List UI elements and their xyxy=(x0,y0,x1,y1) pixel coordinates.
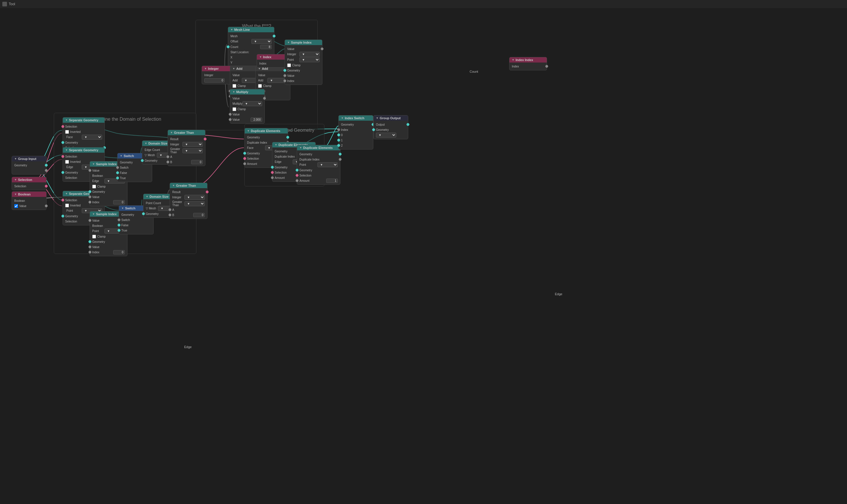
chk-si-clamp[interactable] xyxy=(287,64,291,67)
sib-idx-val[interactable]: 0 xyxy=(113,250,125,254)
chk-sg1-inv[interactable] xyxy=(65,130,69,134)
socket-sg1-sel-in[interactable] xyxy=(61,125,64,128)
socket-gt2-b[interactable] xyxy=(169,214,171,216)
node-selection-header[interactable]: ▼ Selection xyxy=(12,177,46,182)
socket-sw2-false[interactable] xyxy=(118,224,121,227)
socket-gt1-a[interactable] xyxy=(166,155,169,158)
select-si-int[interactable]: ▼ xyxy=(299,52,320,57)
socket-sim-idx[interactable] xyxy=(88,201,91,203)
socket-sg3-geo-in[interactable] xyxy=(61,215,64,218)
socket-sel-out[interactable] xyxy=(45,185,48,187)
node-index-switch-header[interactable]: ▼ Index Switch xyxy=(339,115,373,121)
mul-val[interactable]: 2.000 xyxy=(250,118,262,122)
select-gt2-gtype[interactable]: ▼ xyxy=(184,201,205,206)
socket-gt2-out[interactable] xyxy=(206,191,209,193)
socket-de1-geo-in[interactable] xyxy=(243,152,246,155)
chk-sib-clamp[interactable] xyxy=(92,235,96,238)
gt2-b-val[interactable]: 0 xyxy=(193,213,205,217)
socket-is-index[interactable] xyxy=(337,128,340,131)
socket-sib-idx[interactable] xyxy=(88,251,91,254)
node-dup-elements3-header[interactable]: ▼ Duplicate Elements xyxy=(297,145,340,150)
socket-gt1-out[interactable] xyxy=(204,138,207,141)
socket-si-val-out[interactable] xyxy=(321,48,323,50)
node-sample-index-top-header[interactable]: ▼ Sample Index xyxy=(285,40,322,45)
socket-sib-val2[interactable] xyxy=(88,246,91,248)
chk-sg3-inv[interactable] xyxy=(65,203,69,208)
select-mul[interactable]: ▼ xyxy=(242,101,262,106)
socket-sib-geo[interactable] xyxy=(88,240,91,243)
socket-de1-sel-in[interactable] xyxy=(243,157,246,160)
node-boolean-header[interactable]: ▼ Boolean xyxy=(12,192,46,197)
node-dup-elements1-header[interactable]: ▼ Duplicate Elements xyxy=(245,128,288,133)
socket-de3-amount[interactable] xyxy=(296,179,299,182)
node-sep-geo1-header[interactable]: ▼ Separate Geometry xyxy=(63,118,104,123)
select-offset[interactable]: ▼ xyxy=(251,39,272,44)
chk-sg2-inv[interactable] xyxy=(65,160,69,164)
node-index-index-header[interactable]: ▼ Index Index xyxy=(510,57,547,62)
socket-de3-geo-out[interactable] xyxy=(339,153,341,156)
socket-mul-out[interactable] xyxy=(263,97,266,100)
socket-sg2-sel-in[interactable] xyxy=(61,155,64,158)
chk-sim-clamp[interactable] xyxy=(92,185,96,188)
node-group-output-header[interactable]: ▼ Group Output xyxy=(374,115,408,121)
socket-sw1-sw[interactable] xyxy=(116,166,119,169)
node-group-input-header[interactable]: ▼ Group Input xyxy=(12,156,46,161)
socket-is-2[interactable] xyxy=(337,144,340,147)
socket-de1-amount[interactable] xyxy=(243,162,246,165)
socket-gi-extra[interactable] xyxy=(45,169,48,172)
socket-sw1-true[interactable] xyxy=(116,177,119,179)
socket-gt2-a[interactable] xyxy=(169,208,171,211)
socket-sw1-false[interactable] xyxy=(116,171,119,174)
socket-go-out[interactable] xyxy=(406,123,409,126)
select-gt2-int[interactable]: ▼ xyxy=(184,195,205,200)
node-multiply-header[interactable]: ▼ Multiply xyxy=(230,89,264,94)
chk-mul-clamp[interactable] xyxy=(232,107,236,111)
socket-go-geo-in[interactable] xyxy=(372,128,375,131)
socket-de2-sel[interactable] xyxy=(271,171,274,174)
node-sep-geo2-header[interactable]: ▼ Separate Geometry xyxy=(63,147,104,153)
socket-mul-a[interactable] xyxy=(229,113,232,116)
node-greater-than2-header[interactable]: ▼ Greater Than xyxy=(170,183,207,188)
socket-mesh-out[interactable] xyxy=(272,35,276,37)
socket-sim-val-in[interactable] xyxy=(88,169,91,172)
select-si-pt[interactable]: ▼ xyxy=(299,57,320,62)
socket-de3-idx-out[interactable] xyxy=(339,158,341,161)
socket-is-1[interactable] xyxy=(337,139,340,142)
socket-de3-geo-in[interactable] xyxy=(296,169,299,172)
socket-sg2-geo-in[interactable] xyxy=(61,171,64,174)
select-gt1-gtype[interactable]: ▼ xyxy=(182,148,203,153)
chk-add2-clamp[interactable] xyxy=(258,84,262,88)
socket-si-val-in[interactable] xyxy=(283,74,286,77)
socket-sw2-sw[interactable] xyxy=(118,218,121,221)
socket-gt1-b[interactable] xyxy=(166,161,169,163)
socket-mul-b[interactable] xyxy=(229,118,232,121)
socket-sib-val-in[interactable] xyxy=(88,219,91,222)
socket-is-0[interactable] xyxy=(337,133,340,137)
socket-de3-sel[interactable] xyxy=(296,174,299,177)
socket-ds2-geo-in[interactable] xyxy=(142,212,145,215)
count-value[interactable]: 8 xyxy=(260,45,272,49)
socket-si-idx-in[interactable] xyxy=(283,79,286,82)
de3-amount-val[interactable]: 1 xyxy=(326,179,338,183)
socket-sw2-true[interactable] xyxy=(118,229,121,232)
socket-de1-geo-out[interactable] xyxy=(286,136,289,139)
select-de3[interactable]: ▼ xyxy=(317,162,338,167)
socket-sim-val2[interactable] xyxy=(88,195,91,198)
socket-gi-geo[interactable] xyxy=(45,164,48,167)
socket-de2-amount[interactable] xyxy=(271,176,274,179)
socket-count-in[interactable] xyxy=(227,46,230,48)
integer-val[interactable]: 0 xyxy=(204,78,225,83)
node-greater-than1-header[interactable]: ▼ Greater Than xyxy=(168,130,205,135)
chk-add1-clamp[interactable] xyxy=(232,84,236,88)
select-sg1[interactable]: ▼ xyxy=(82,134,102,140)
socket-si-geo-in[interactable] xyxy=(283,69,286,72)
socket-de2-geo-in[interactable] xyxy=(271,166,274,169)
socket-sim-geo-in[interactable] xyxy=(88,190,91,193)
select-go[interactable]: ▼ xyxy=(376,132,396,138)
node-mesh-line-header[interactable]: ▼ Mesh Line xyxy=(228,27,274,32)
socket-ds1-geo-in[interactable] xyxy=(141,159,144,162)
select-gt1-int[interactable]: ▼ xyxy=(182,142,203,147)
socket-ii-out[interactable] xyxy=(545,65,548,68)
sim-idx-val[interactable]: 0 xyxy=(113,200,125,204)
socket-sg1-geo-in[interactable] xyxy=(61,141,64,144)
